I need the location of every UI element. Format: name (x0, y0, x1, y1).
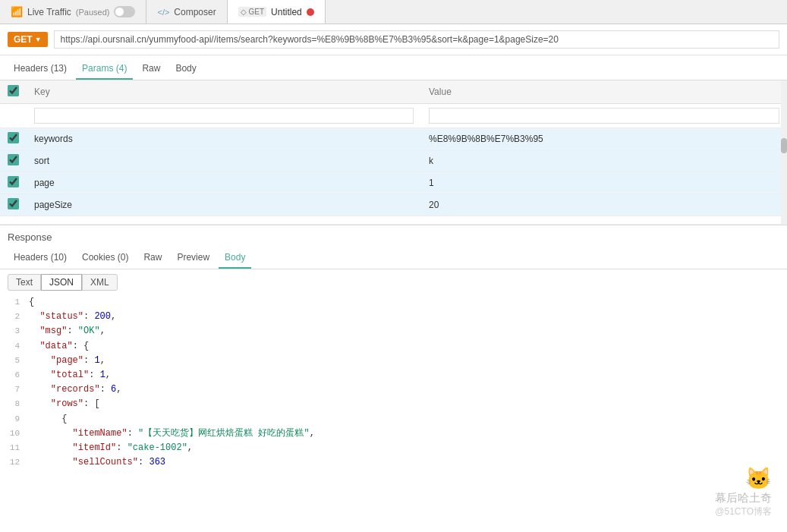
untitled-label: Untitled (271, 7, 302, 17)
url-input[interactable] (54, 30, 779, 49)
params-table: Key Value keywords %E8%9B%8B%E7%B3%95 (0, 80, 787, 225)
json-content: "itemId": "cake-1002", (29, 441, 787, 455)
tab-body[interactable]: Body (169, 60, 202, 80)
line-number: 3 (6, 325, 29, 338)
json-line: 6 "total": 1, (0, 368, 787, 382)
format-tab-json[interactable]: JSON (41, 274, 82, 291)
url-bar: GET ▼ (0, 24, 787, 55)
paused-label: (Paused) (76, 8, 110, 17)
json-line: 11 "itemId": "cake-1002", (0, 441, 787, 455)
line-number: 7 (6, 383, 29, 397)
param-checkbox[interactable] (8, 176, 19, 187)
json-line: 2 "status": 200, (0, 310, 787, 324)
table-row: sort k (0, 150, 787, 172)
request-tabs: Headers (13) Params (4) Raw Body (0, 55, 787, 80)
value-col-header: Value (421, 80, 787, 104)
scrollbar-thumb[interactable] (781, 138, 787, 153)
json-line: 7 "records": 6, (0, 382, 787, 397)
composer-label: Composer (174, 7, 216, 17)
json-content: "records": 6, (29, 382, 787, 397)
line-number: 4 (6, 340, 29, 354)
wifi-icon: 📶 (11, 6, 23, 17)
format-tab-text[interactable]: Text (8, 274, 41, 291)
json-content: "data": { (29, 339, 787, 354)
table-row-empty (0, 216, 787, 225)
line-number: 5 (6, 354, 29, 368)
tab-live-traffic[interactable]: 📶 Live Traffic (Paused) (0, 0, 146, 24)
tab-headers[interactable]: Headers (13) (8, 60, 73, 80)
table-row: pageSize 20 (0, 194, 787, 216)
checkbox-col-header (0, 80, 27, 104)
json-content: "rows": [ (29, 397, 787, 411)
json-content: { (29, 412, 787, 427)
table-row: keywords %E8%9B%8B%E7%B3%95 (0, 128, 787, 150)
json-content: "msg": "OK", (29, 324, 787, 338)
method-arrow-icon: ▼ (35, 36, 42, 43)
table-row: page 1 (0, 172, 787, 194)
tab-params[interactable]: Params (4) (76, 60, 133, 80)
param-checkbox[interactable] (8, 198, 19, 209)
param-checkbox[interactable] (8, 132, 19, 143)
json-content: "page": 1, (29, 354, 787, 368)
line-number: 1 (6, 296, 29, 310)
response-label: Response (0, 225, 787, 246)
unsaved-dot (307, 8, 314, 16)
response-tabs: Headers (10) Cookies (0) Raw Preview Bod… (0, 246, 787, 269)
tab-composer[interactable]: </> Composer (146, 0, 227, 24)
live-traffic-label: Live Traffic (27, 7, 71, 17)
line-number: 2 (6, 310, 29, 324)
tab-raw[interactable]: Raw (136, 60, 166, 80)
live-dot-inner (115, 8, 124, 16)
resp-tab-headers[interactable]: Headers (10) (8, 249, 73, 269)
method-button[interactable]: GET ▼ (8, 32, 48, 47)
json-line: 12 "sellCounts": 363 (0, 455, 787, 470)
new-value-input[interactable] (429, 108, 779, 124)
json-line: 5 "page": 1, (0, 354, 787, 368)
resp-tab-preview[interactable]: Preview (171, 249, 216, 269)
params-section: Key Value keywords %E8%9B%8B%E7%B3%95 (0, 80, 787, 225)
json-line: 3 "msg": "OK", (0, 324, 787, 338)
line-number: 10 (6, 427, 29, 441)
json-body: 1{2 "status": 200,3 "msg": "OK",4 "data"… (0, 295, 787, 470)
new-key-input[interactable] (34, 108, 414, 124)
tab-bar: 📶 Live Traffic (Paused) </> Composer ◇ G… (0, 0, 787, 24)
line-number: 8 (6, 398, 29, 411)
key-col-header: Key (27, 80, 421, 104)
json-content: "sellCounts": 363 (29, 455, 787, 470)
param-checkbox[interactable] (8, 154, 19, 165)
line-number: 12 (6, 456, 29, 470)
method-label: GET (14, 34, 33, 45)
json-line: 1{ (0, 295, 787, 310)
json-content: "status": 200, (29, 310, 787, 324)
tab-untitled[interactable]: ◇ GET Untitled (228, 0, 326, 24)
params-empty-row (0, 104, 787, 128)
scrollbar-track (781, 80, 787, 225)
resp-tab-cookies[interactable]: Cookies (0) (76, 249, 134, 269)
json-content: "itemName": "【天天吃货】网红烘焙蛋糕 好吃的蛋糕", (29, 427, 787, 441)
json-line: 8 "rows": [ (0, 397, 787, 411)
get-badge-icon: ◇ GET (238, 7, 266, 17)
format-tab-xml[interactable]: XML (82, 274, 118, 291)
format-tabs: Text JSON XML (0, 269, 787, 295)
line-number: 11 (6, 442, 29, 455)
live-toggle[interactable] (114, 6, 135, 17)
json-content: { (29, 295, 787, 310)
json-line: 4 "data": { (0, 339, 787, 354)
json-content: "total": 1, (29, 368, 787, 382)
line-number: 9 (6, 413, 29, 427)
resp-tab-raw[interactable]: Raw (137, 249, 168, 269)
json-line: 9 { (0, 412, 787, 427)
json-line: 10 "itemName": "【天天吃货】网红烘焙蛋糕 好吃的蛋糕", (0, 427, 787, 441)
select-all-checkbox[interactable] (8, 85, 19, 96)
composer-icon: </> (157, 8, 169, 17)
resp-tab-body[interactable]: Body (219, 249, 251, 269)
line-number: 6 (6, 369, 29, 382)
